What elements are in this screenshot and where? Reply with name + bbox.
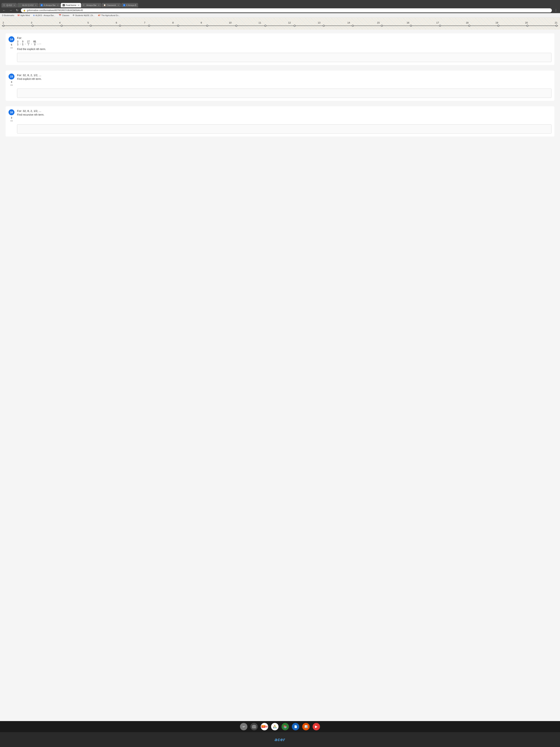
tab-food-borne[interactable]: ▪ Food borne ✕ — [61, 3, 81, 7]
nl-dot-19 — [498, 25, 499, 27]
nl-dot-5 — [90, 25, 92, 27]
nl-num-5: 5 — [87, 21, 89, 24]
nl-labels-row: 2 3 4 5 6 7 8 9 10 11 12 13 14 15 — [2, 21, 558, 24]
taskbar-camera-icon[interactable] — [250, 723, 258, 730]
nl-dot-21 — [556, 25, 557, 27]
tab-label-q12: Q #12 — [6, 4, 12, 6]
question-points-15: 3 ▭ — [10, 81, 13, 86]
tab-close-amaya-bar[interactable]: ✕ — [98, 4, 100, 6]
agricultural-icon: AT — [98, 14, 101, 17]
fraction-2: 9 5 — [22, 40, 23, 46]
browser-wrapper: Q Q #12 ✕ ✓ ALG2 Q #12 ✕ K K Amaya Bar ✕… — [0, 0, 560, 721]
tab-classwork[interactable]: 📋 Classwork ✕ — [102, 3, 121, 7]
menu-button[interactable]: ⋮ — [553, 8, 559, 12]
tab-favicon-amaya-k: K — [41, 4, 43, 6]
tab-favicon-alg2: ✓ — [19, 4, 21, 6]
question-header-15: 15 3 ▭ For: 32, 8, 2, 1/2, ... Find expl… — [5, 71, 555, 88]
address-bar[interactable]: 🔒 goformative.com/formatives/607601f637c… — [21, 8, 552, 12]
question-points-14: 5 ▭ — [10, 43, 13, 49]
nl-dot-8 — [177, 25, 179, 27]
tab-close-q12[interactable]: ✕ — [14, 4, 15, 6]
tab-favicon-amaya-k2: K — [123, 4, 125, 6]
bookmark-aleks[interactable]: A ALEKS - Amaya Bar... — [33, 14, 56, 17]
question-block-16: 16 3 ▭ For: 32, 8, 2, 1/2, ... Find recu… — [5, 106, 555, 136]
taskbar-docs-icon[interactable]: 📄 — [292, 723, 299, 730]
comma-1: , — [20, 42, 21, 45]
tab-close-alg2[interactable]: ✕ — [35, 4, 36, 6]
points-num-15: 3 — [11, 81, 12, 83]
tab-close-classwork[interactable]: ✕ — [117, 4, 119, 6]
bookmark-classes[interactable]: 📅 Classes — [58, 14, 70, 17]
answer-box-14[interactable] — [17, 53, 552, 62]
bookmark-bookmarks[interactable]: D Bookmarks — [1, 14, 15, 17]
tab-label-food: Food borne — [66, 4, 76, 6]
tab-amaya-k[interactable]: K K Amaya Bar ✕ — [39, 3, 60, 7]
question-number-15: 15 — [8, 74, 15, 79]
fraction-4: 81 9 — [33, 40, 36, 46]
fraction-2-num: 9 — [22, 40, 23, 43]
answer-box-16[interactable] — [17, 124, 552, 134]
nl-num-21: 21 — [555, 21, 557, 24]
ellipsis-14: , ... — [37, 42, 41, 45]
question-header-16: 16 3 ▭ For: 32, 8, 2, 1/2, ... Find recu… — [5, 106, 555, 124]
taskbar-gmail-icon[interactable]: M — [261, 723, 268, 730]
fraction-1-num: 3 — [17, 40, 18, 43]
q16-side: 16 3 ▭ — [8, 109, 15, 122]
taskbar-drive-icon[interactable] — [271, 723, 278, 730]
nl-dot-9 — [206, 25, 208, 27]
lock-icon: 🔒 — [23, 9, 26, 11]
forward-button[interactable]: → — [8, 8, 14, 12]
nl-dot-20 — [527, 25, 528, 27]
nl-dot-2 — [3, 25, 4, 27]
fraction-1: 3 3 — [17, 40, 18, 46]
question-text-16: For: 32, 8, 2, 1/2, ... Find recursive n… — [17, 109, 552, 116]
points-icon-15: ▭ — [10, 83, 13, 86]
fraction-sequence-14: 3 3 , 9 5 , 27 7 , — [17, 40, 552, 46]
q14-side: 14 5 ▭ — [8, 36, 15, 49]
nl-num-14: 14 — [347, 21, 350, 24]
tab-alg2[interactable]: ✓ ALG2 Q #12 ✕ — [17, 3, 38, 7]
taskbar: ↩ M 📚 📄 📊 ▶ — [0, 721, 560, 732]
nl-dot-4 — [61, 25, 62, 27]
bookmark-label-agricultural: The Agricultural Ex... — [101, 14, 120, 17]
nl-num-9: 9 — [201, 21, 202, 24]
question-text-15: For: 32, 8, 2, 1/2, ... Find explicit nt… — [17, 74, 552, 80]
bookmark-agricultural[interactable]: AT The Agricultural Ex... — [98, 14, 121, 17]
points-num-16: 3 — [11, 117, 12, 119]
bookmark-students[interactable]: ⚙ Students MyDE | Di... — [72, 14, 95, 17]
nl-dot-10 — [235, 25, 237, 27]
tab-amaya-k2[interactable]: K K Amaya B — [121, 3, 138, 7]
answer-box-15[interactable] — [17, 88, 552, 98]
nl-num-18: 18 — [466, 21, 469, 24]
tab-close-food[interactable]: ✕ — [78, 4, 79, 6]
taskbar-slides-icon[interactable]: 📊 — [302, 723, 310, 730]
aleks-icon: A — [33, 14, 35, 17]
taskbar-back-icon[interactable]: ↩ — [240, 723, 247, 730]
taskbar-classroom-icon[interactable]: 📚 — [282, 723, 289, 730]
reload-button[interactable]: ↻ — [15, 8, 20, 12]
question-text-14: For: 3 3 , 9 5 , 27 — [17, 36, 552, 51]
nl-dots-container — [2, 25, 558, 27]
fraction-3-den: 7 — [28, 43, 29, 46]
nl-num-7: 7 — [144, 21, 145, 24]
tab-q12[interactable]: Q Q #12 ✕ — [1, 3, 17, 7]
nl-dot-17 — [439, 25, 441, 27]
url-text: goformative.com/formatives/607601f637cfb… — [27, 9, 83, 12]
tab-amaya-bar[interactable]: ≡ Amaya Bar ✕ — [81, 3, 101, 7]
bookmarks-bar: D Bookmarks M Agile Mind A ALEKS - Amaya… — [0, 13, 560, 18]
points-num-14: 5 — [11, 43, 12, 46]
bookmark-agile-mind[interactable]: M Agile Mind — [17, 14, 30, 17]
back-button[interactable]: ← — [1, 8, 7, 12]
classes-icon: 📅 — [59, 14, 61, 17]
nl-dot-6 — [119, 25, 121, 27]
taskbar-play-icon[interactable]: ▶ — [313, 723, 320, 730]
question-instruction-14: Find the explicit nth term. — [17, 48, 552, 51]
number-line-track: 2 3 4 5 6 7 8 9 10 11 12 13 14 15 — [2, 21, 558, 27]
nl-num-16: 16 — [407, 21, 409, 24]
tab-label-amaya-k2: K Amaya B — [126, 4, 136, 6]
nl-num-12: 12 — [288, 21, 291, 24]
nl-dot-7 — [148, 25, 150, 27]
tab-close-amaya-k[interactable]: ✕ — [57, 4, 58, 6]
nl-num-3: 3 — [31, 21, 32, 24]
nl-num-4: 4 — [59, 21, 60, 24]
